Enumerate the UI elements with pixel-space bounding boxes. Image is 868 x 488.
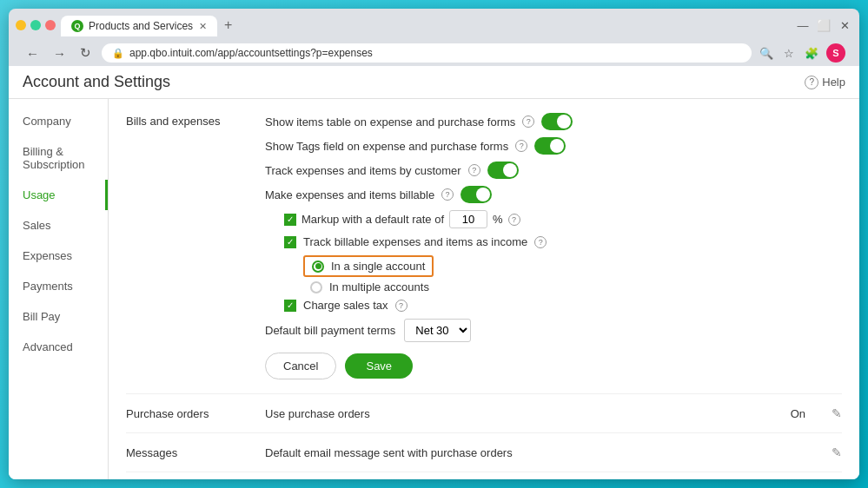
track-billable-checkbox[interactable] (284, 236, 296, 248)
page-footer: Privacy | Security | Terms of Service (126, 472, 842, 479)
terms-label: Default bill payment terms (265, 324, 395, 337)
sidebar-item-billing[interactable]: Billing & Subscription (9, 136, 108, 180)
info-icon-2[interactable]: ? (468, 164, 480, 176)
page-header: Account and Settings ? Help (9, 66, 859, 99)
back-button[interactable]: ← (23, 44, 43, 63)
markup-input[interactable] (449, 210, 487, 228)
lock-icon: 🔒 (112, 48, 124, 59)
page-content: Account and Settings ? Help Company Bill… (9, 66, 859, 479)
info-icon-track[interactable]: ? (534, 236, 547, 248)
help-button[interactable]: ? Help (805, 76, 845, 89)
charge-sales-tax-row: Charge sales tax ? (284, 299, 842, 312)
bills-expenses-section: Bills and expenses Show items table on e… (126, 99, 842, 394)
track-billable-label: Track billable expenses and items as inc… (303, 235, 527, 248)
sidebar-item-billpay[interactable]: Bill Pay (9, 301, 108, 332)
track-billable-row: Track billable expenses and items as inc… (284, 235, 842, 248)
bills-expenses-row: Bills and expenses Show items table on e… (126, 113, 842, 379)
markup-checkbox[interactable] (284, 214, 296, 226)
btn-row: Cancel Save (265, 353, 842, 379)
purchase-orders-section: Purchase orders Use purchase orders On ✎ (126, 394, 842, 433)
single-account-highlighted: In a single account (303, 255, 434, 277)
sidebar-item-payments[interactable]: Payments (9, 271, 108, 301)
purchase-orders-label: Purchase orders (126, 407, 248, 420)
charge-sales-tax-checkbox[interactable] (284, 300, 296, 312)
star-icon[interactable]: ☆ (781, 45, 797, 61)
close-button[interactable] (45, 20, 56, 30)
profile-icon[interactable]: S (826, 43, 845, 63)
purchase-orders-setting: Use purchase orders (265, 407, 773, 420)
purchase-orders-edit-icon[interactable]: ✎ (832, 406, 842, 420)
sidebar-item-advanced[interactable]: Advanced (9, 332, 108, 362)
tab-close-icon[interactable]: ✕ (199, 21, 207, 32)
info-icon-3[interactable]: ? (441, 188, 454, 201)
help-circle-icon: ? (805, 76, 818, 89)
new-tab-button[interactable]: + (219, 14, 237, 36)
multiple-accounts-label: In multiple accounts (329, 280, 429, 293)
percent-sign: % (493, 213, 503, 226)
page-title: Account and Settings (23, 73, 170, 91)
reload-button[interactable]: ↻ (76, 43, 95, 63)
charge-sales-tax-label: Charge sales tax (303, 299, 388, 312)
info-icon-markup[interactable]: ? (508, 214, 520, 226)
save-button[interactable]: Save (345, 353, 413, 379)
cancel-button[interactable]: Cancel (265, 353, 336, 379)
multiple-accounts-row: In multiple accounts (310, 280, 842, 293)
toggle-2[interactable] (487, 162, 519, 179)
setting-label-2: Track expenses and items by customer (265, 164, 461, 177)
sidebar-item-expenses[interactable]: Expenses (9, 241, 108, 271)
setting-label-3: Make expenses and items billable (265, 188, 434, 201)
tab-title: Products and Services (89, 20, 193, 32)
active-tab[interactable]: Q Products and Services ✕ (61, 16, 217, 36)
info-icon-1[interactable]: ? (515, 140, 527, 152)
radio-group: In a single account In multiple accounts (303, 255, 842, 293)
sidebar-item-sales[interactable]: Sales (9, 210, 108, 241)
forward-button[interactable]: → (50, 44, 70, 63)
extensions-icon[interactable]: 🧩 (804, 45, 819, 61)
browser-chrome: Q Products and Services ✕ + — ⬜ ✕ ← → ↻ … (9, 9, 859, 66)
address-bar-row: ← → ↻ 🔒 app.qbo.intuit.com/app/accountse… (16, 40, 852, 66)
window-buttons (16, 20, 56, 30)
main-area: Company Billing & Subscription Usage Sal… (9, 99, 859, 479)
setting-row-1: Show Tags field on expense and purchase … (265, 137, 842, 155)
setting-label-0: Show items table on expense and purchase… (265, 115, 515, 129)
address-bar[interactable]: 🔒 app.qbo.intuit.com/app/accountsettings… (102, 43, 752, 63)
bills-expenses-label: Bills and expenses (126, 113, 248, 128)
radio-multiple-accounts[interactable] (310, 281, 322, 293)
sidebar: Company Billing & Subscription Usage Sal… (9, 99, 109, 479)
minimize-window-icon[interactable]: — (795, 17, 811, 33)
search-icon[interactable]: 🔍 (759, 45, 774, 61)
markup-label: Markup with a default rate of (301, 213, 444, 226)
messages-label: Messages (126, 446, 248, 459)
browser-window: Q Products and Services ✕ + — ⬜ ✕ ← → ↻ … (9, 9, 859, 479)
purchase-orders-value: On (791, 407, 805, 420)
terms-row: Default bill payment terms Net 30 (265, 319, 842, 342)
messages-setting: Default email message sent with purchase… (265, 446, 814, 459)
info-icon-0[interactable]: ? (522, 115, 534, 128)
tab-favicon: Q (71, 20, 83, 32)
messages-edit-icon[interactable]: ✎ (832, 445, 842, 459)
minimize-button[interactable] (16, 20, 26, 30)
setting-row-2: Track expenses and items by customer ? (265, 162, 842, 179)
tab-bar: Q Products and Services ✕ + (61, 14, 790, 36)
browser-right-icons: — ⬜ ✕ (795, 17, 852, 33)
maximize-button[interactable] (30, 20, 41, 30)
terms-select[interactable]: Net 30 (404, 319, 471, 342)
messages-section: Messages Default email message sent with… (126, 433, 842, 472)
toggle-0[interactable] (541, 113, 573, 130)
address-text: app.qbo.intuit.com/app/accountsettings?p… (129, 47, 741, 59)
single-account-label: In a single account (331, 260, 425, 273)
browser-controls: Q Products and Services ✕ + — ⬜ ✕ (16, 14, 852, 36)
radio-single-account[interactable] (312, 260, 324, 273)
markup-row: Markup with a default rate of % ? (284, 210, 842, 228)
bills-expenses-content: Show items table on expense and purchase… (265, 113, 842, 379)
restore-window-icon[interactable]: ⬜ (816, 17, 832, 33)
help-label: Help (822, 76, 845, 89)
close-window-icon[interactable]: ✕ (837, 17, 852, 33)
toggle-1[interactable] (534, 137, 566, 155)
toggle-3[interactable] (461, 186, 492, 203)
content-area: Bills and expenses Show items table on e… (109, 99, 859, 479)
setting-row-0: Show items table on expense and purchase… (265, 113, 842, 130)
info-icon-sales-tax[interactable]: ? (395, 300, 407, 312)
sidebar-item-company[interactable]: Company (9, 106, 108, 136)
sidebar-item-usage[interactable]: Usage (9, 180, 108, 210)
